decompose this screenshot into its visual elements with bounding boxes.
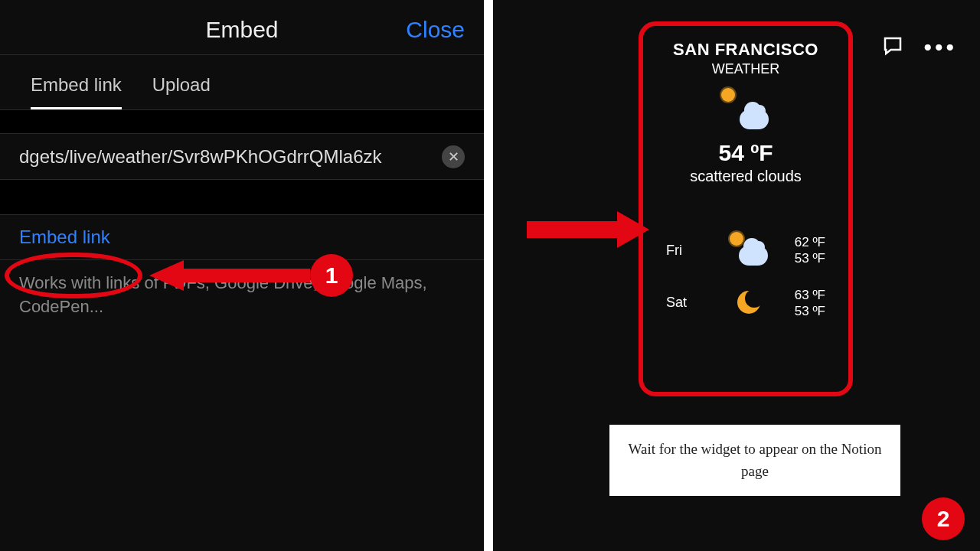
annotation-arrow-icon <box>527 207 649 253</box>
forecast-day: Fri <box>666 243 704 259</box>
partly-cloudy-icon <box>731 235 768 266</box>
forecast-row: Fri 62 ºF 53 ºF <box>652 231 839 270</box>
section-separator <box>0 109 484 134</box>
tab-upload[interactable]: Upload <box>152 74 211 109</box>
tab-embed-link[interactable]: Embed link <box>31 74 122 109</box>
forecast-low: 53 ºF <box>795 250 825 266</box>
weather-city: SAN FRANCISCO <box>652 40 839 60</box>
panel-divider <box>484 0 493 551</box>
weather-current-temp: 54 ºF <box>652 140 839 166</box>
embed-hint-text: Works with links of PDFs, Google Drive, … <box>0 260 484 331</box>
weather-description: scattered clouds <box>652 168 839 185</box>
annotation-caption: Wait for the widget to appear on the Not… <box>609 425 900 496</box>
forecast-temps: 63 ºF 53 ºF <box>795 287 825 320</box>
moon-icon <box>731 288 768 318</box>
weather-label: WEATHER <box>652 61 839 77</box>
notion-page-preview: ••• SAN FRANCISCO WEATHER 54 ºF scattere… <box>493 0 980 551</box>
forecast-low: 53 ºF <box>795 303 825 319</box>
forecast-high: 62 ºF <box>795 234 825 250</box>
forecast-temps: 62 ºF 53 ºF <box>795 234 825 267</box>
close-button[interactable]: Close <box>406 17 465 43</box>
forecast-row: Sat 63 ºF 53 ºF <box>652 284 839 323</box>
page-top-icons: ••• <box>881 34 957 60</box>
weather-forecast: Fri 62 ºF 53 ºF Sat 63 ºF 53 ºF <box>652 231 839 322</box>
comment-icon[interactable] <box>881 34 904 60</box>
embed-link-action[interactable]: Embed link <box>0 215 484 260</box>
forecast-day: Sat <box>666 295 704 311</box>
more-options-icon[interactable]: ••• <box>923 34 957 60</box>
section-separator <box>0 180 484 215</box>
embed-dialog: Embed Close Embed link Upload ✕ Embed li… <box>0 0 484 551</box>
dialog-header: Embed Close <box>0 0 484 55</box>
url-input-row: ✕ <box>0 134 484 180</box>
annotation-step-badge: 2 <box>922 497 965 540</box>
tab-bar: Embed link Upload <box>0 55 484 109</box>
svg-marker-1 <box>527 211 649 248</box>
clear-input-button[interactable]: ✕ <box>442 145 465 168</box>
forecast-high: 63 ºF <box>795 287 825 303</box>
weather-widget[interactable]: SAN FRANCISCO WEATHER 54 ºF scattered cl… <box>639 21 853 396</box>
partly-cloudy-icon <box>723 91 769 129</box>
embed-url-input[interactable] <box>19 146 434 168</box>
